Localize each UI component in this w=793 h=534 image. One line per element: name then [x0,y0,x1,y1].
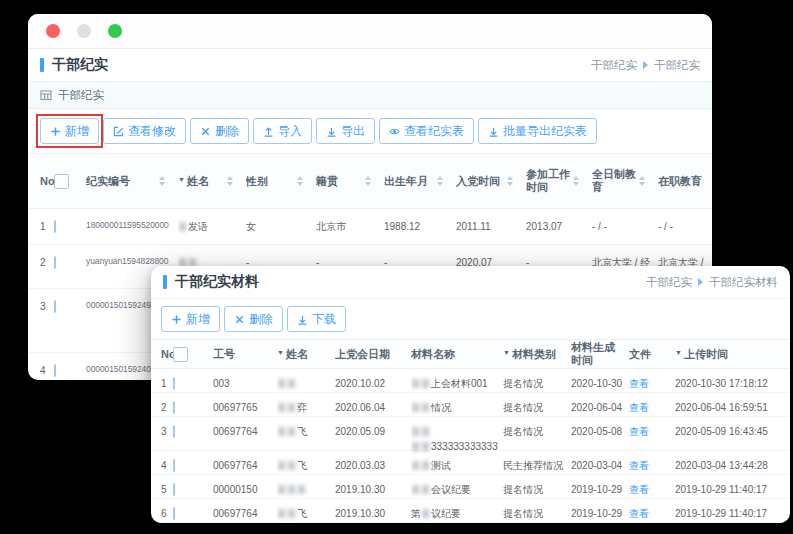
breadcrumb: 干部纪实干部纪实材料 [646,275,778,290]
cell-cb [173,369,213,391]
redacted-text: 某某 [411,378,431,389]
sort-asc-icon[interactable] [573,176,579,180]
column-header-party[interactable]: 入党时间 [456,175,526,188]
text: 飞 [297,460,307,471]
sort-desc-icon[interactable] [159,182,165,186]
breadcrumb-item[interactable]: 干部纪实材料 [709,275,778,290]
cell-no: 3 [28,289,54,314]
minimize-button[interactable] [77,24,91,38]
view-link[interactable]: 查看 [629,508,649,519]
column-header-cb[interactable] [173,347,213,362]
toolbar-button-edit[interactable]: 查看修改 [103,118,186,144]
view-link[interactable]: 查看 [629,402,649,413]
sort-carets-icon[interactable] [159,176,165,186]
row-checkbox[interactable] [173,507,175,520]
filter-icon[interactable]: ▼ [503,349,510,357]
toolbar-button-download[interactable]: 导出 [316,118,375,144]
column-header-mat: 材料名称 [411,348,503,361]
cell-up: 2020-03-04 13:44:28 [675,451,789,473]
view-link[interactable]: 查看 [629,378,649,389]
cell-gen: 2020-06-04 [571,393,629,415]
sort-carets-icon[interactable] [507,176,513,186]
sort-desc-icon[interactable] [507,182,513,186]
breadcrumb-item[interactable]: 干部纪实 [654,58,700,73]
maximize-button[interactable] [108,24,122,38]
sort-asc-icon[interactable] [227,176,233,180]
column-header-cat[interactable]: ▼材料类别 [503,348,571,361]
column-header-id[interactable]: 纪实编号 [86,175,178,188]
filter-icon[interactable]: ▼ [277,349,284,357]
column-label: 参加工作时间 [526,168,573,193]
redacted-text: 某某 [411,402,431,413]
sort-carets-icon[interactable] [573,176,579,186]
column-header-native[interactable]: 籍贯 [316,175,384,188]
cell-cb [54,245,86,270]
sort-desc-icon[interactable] [365,182,371,186]
sort-carets-icon[interactable] [365,176,371,186]
row-checkbox[interactable] [54,220,56,233]
cell-no: 2 [28,245,54,270]
breadcrumb-item[interactable]: 干部纪实 [646,275,692,290]
toolbar: 新增删除下载 [151,299,790,339]
breadcrumb-item[interactable]: 干部纪实 [591,58,637,73]
column-label: 材料类别 [512,348,556,361]
column-header-name[interactable]: ▼姓名 [277,348,335,361]
page-title: 干部纪实材料 [175,273,259,291]
sort-asc-icon[interactable] [639,176,645,180]
select-all-checkbox[interactable] [54,174,69,189]
column-header-fulltime[interactable]: 全日制教育 [592,168,658,193]
toolbar-button-download[interactable]: 批量导出纪实表 [478,118,597,144]
close-button[interactable] [46,24,60,38]
cell-file: 查看 [629,451,675,473]
sort-desc-icon[interactable] [437,182,443,186]
sort-carets-icon[interactable] [227,176,233,186]
sort-asc-icon[interactable] [297,176,303,180]
select-all-checkbox[interactable] [173,347,188,362]
row-checkbox[interactable] [173,483,175,496]
row-checkbox[interactable] [173,459,175,472]
table-row: 1180000011595520000某发语女北京市1988.122011.11… [28,209,712,245]
row-checkbox[interactable] [173,425,175,438]
column-header-gender[interactable]: 性别 [246,175,316,188]
sort-desc-icon[interactable] [573,182,579,186]
cell-no: 6 [151,499,173,521]
column-label: No [40,175,54,188]
row-checkbox[interactable] [173,401,175,414]
toolbar-button-upload[interactable]: 导入 [253,118,312,144]
row-checkbox[interactable] [173,377,175,390]
sort-desc-icon[interactable] [297,182,303,186]
view-link[interactable]: 查看 [629,460,649,471]
column-header-cb[interactable] [54,174,86,189]
column-header-birth[interactable]: 出生年月 [384,175,456,188]
plus-icon [171,314,182,325]
upload-icon [263,126,274,137]
toolbar-button-close[interactable]: 删除 [224,306,283,332]
sort-asc-icon[interactable] [437,176,443,180]
row-checkbox[interactable] [54,300,56,313]
filter-icon[interactable]: ▼ [178,176,185,184]
row-checkbox[interactable] [54,364,56,377]
sort-carets-icon[interactable] [297,176,303,186]
sort-asc-icon[interactable] [507,176,513,180]
toolbar-button-download[interactable]: 下载 [287,306,346,332]
toolbar-button-plus[interactable]: 新增 [161,306,220,332]
text: 第 [411,508,421,519]
view-link[interactable]: 查看 [629,484,649,495]
toolbar-button-plus[interactable]: 新增 [40,118,99,144]
cell-gh: 00000150 [213,475,277,497]
sort-desc-icon[interactable] [639,182,645,186]
sort-asc-icon[interactable] [159,176,165,180]
filter-icon[interactable]: ▼ [675,349,682,357]
column-header-name[interactable]: ▼姓名 [178,175,246,188]
sort-carets-icon[interactable] [639,176,645,186]
toolbar-button-close[interactable]: 删除 [190,118,249,144]
view-link[interactable]: 查看 [629,426,649,437]
row-checkbox[interactable] [54,256,56,269]
sort-asc-icon[interactable] [365,176,371,180]
cell-gen: 2019-10-29 [571,475,629,497]
column-header-work[interactable]: 参加工作时间 [526,168,592,193]
toolbar-button-eye[interactable]: 查看纪实表 [379,118,474,144]
column-header-up[interactable]: ▼上传时间 [675,348,789,361]
sort-desc-icon[interactable] [227,182,233,186]
sort-carets-icon[interactable] [437,176,443,186]
